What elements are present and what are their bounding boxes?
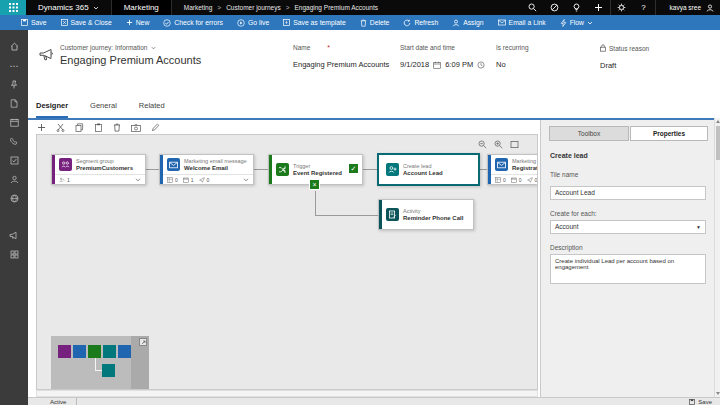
is-recurring-value[interactable]: No [496,60,529,69]
search-icon[interactable] [522,0,544,15]
scrollbar-thumb[interactable] [716,126,720,160]
status-save-button[interactable]: Save [689,399,712,405]
scroll-down-arrow[interactable] [716,392,720,395]
breadcrumb-item[interactable]: Marketing [184,4,213,11]
journey-canvas[interactable]: Segment groupPremiumCustomers 1 Marketin… [36,134,538,390]
tab-properties[interactable]: Properties [630,126,708,141]
calendar-icon[interactable] [0,113,28,132]
status-bar: Active Save [28,397,720,405]
content-icon[interactable] [0,94,28,113]
activity-icon [386,208,399,221]
help-icon[interactable]: ? [633,0,655,15]
form-tabs: Designer General Related [36,95,165,118]
entity-label[interactable]: Customer journey: Information [60,44,156,51]
minimap-connector [95,370,102,371]
minimap[interactable] [51,336,149,390]
chevron-down-icon[interactable] [135,178,141,182]
breadcrumb: Marketing > Customer journeys > Engaging… [184,4,378,11]
email-icon [495,158,508,171]
start-date-value[interactable]: 9/1/2018 6:09 PM [400,60,485,69]
copy-icon[interactable] [74,123,84,133]
contacts-icon[interactable] [0,170,28,189]
breadcrumb-item[interactable]: Customer journeys [226,4,281,11]
plus-icon [126,19,133,26]
add-tile-icon[interactable] [36,123,46,133]
zoom-in-icon[interactable] [494,140,503,149]
email-a-link-button[interactable]: Email a Link [491,15,553,30]
product-name[interactable]: Dynamics 365 [38,3,99,12]
tile-marketing-email[interactable]: Marketing email messageWelcome Email 0 1… [159,154,254,185]
save-as-template-button[interactable]: Save as template [276,15,353,30]
new-button[interactable]: New [119,15,157,30]
trigger-false-badge[interactable]: × [309,179,320,190]
tasks-icon[interactable] [0,151,28,170]
pinned-icon[interactable] [0,75,28,94]
user-menu[interactable]: kavya sree [656,4,720,12]
check-for-errors-button[interactable]: Check for errors [156,15,230,30]
chevron-down-icon [93,6,99,10]
quick-create-plus-icon[interactable] [588,0,610,15]
gear-icon[interactable] [611,0,633,15]
waffle-menu-icon[interactable] [0,0,26,15]
cut-icon[interactable] [55,123,65,133]
send-icon [199,177,205,183]
save-and-close-button[interactable]: Save & Close [54,15,119,30]
delete-button[interactable]: Delete [353,15,397,30]
tab-related[interactable]: Related [139,95,165,118]
breadcrumb-item[interactable]: Engaging Premium Accounts [295,4,378,11]
app-name[interactable]: Marketing [111,0,172,15]
go-live-button[interactable]: Go live [230,15,276,30]
minimap-expand-icon[interactable] [139,338,147,346]
connector [315,191,316,215]
recent-icon[interactable]: ⋯ [0,56,28,75]
delete-icon[interactable] [112,123,122,133]
chevron-down-icon [151,46,156,50]
segment-group-icon [59,158,72,171]
edit-icon[interactable] [150,123,160,133]
tab-general[interactable]: General [90,95,117,118]
flow-button[interactable]: Flow [553,15,600,30]
paste-icon[interactable] [93,123,103,133]
trash-icon [360,19,367,27]
minimap-tile [102,364,115,377]
phone-calls-icon[interactable] [0,132,28,151]
apps-icon[interactable] [0,245,28,264]
status-reason-value: Draft [600,61,649,70]
scroll-up-arrow[interactable] [716,120,720,123]
chevron-down-icon[interactable] [243,178,249,182]
description-label: Description [550,244,706,251]
app-window: Dynamics 365 Marketing Marketing > Custo… [0,0,720,405]
assign-button[interactable]: Assign [445,15,490,30]
vertical-scrollbar[interactable] [714,118,720,397]
tile-name-input[interactable] [550,186,706,200]
email-icon [167,158,180,171]
site-map-sidebar: ⋯ [0,30,28,405]
tile-create-lead[interactable]: Create leadAccount Lead [377,153,480,186]
refresh-button[interactable]: Refresh [396,15,445,30]
snapshot-icon[interactable] [131,123,141,133]
tab-designer[interactable]: Designer [36,95,68,118]
home-icon[interactable] [0,37,28,56]
email-link-icon [498,19,506,26]
create-for-each-select[interactable]: Account ▼ [550,220,706,234]
circle-slash-icon[interactable] [544,0,566,15]
save-icon [689,399,695,405]
tile-marketing-email-2[interactable]: Marketing email messageRegistration 0 0 … [487,154,538,185]
connector [254,169,268,170]
save-button[interactable]: Save [14,15,54,30]
zoom-out-icon[interactable] [478,140,487,149]
name-value[interactable]: Engaging Premium Accounts [293,60,389,69]
person-icon [706,4,714,12]
description-textarea[interactable]: Create individual Lead per account based… [550,254,706,284]
trigger-icon [276,163,289,176]
tab-toolbox[interactable]: Toolbox [549,126,629,141]
schedule-icon [183,177,189,183]
lightbulb-icon[interactable] [566,0,588,15]
fit-view-icon[interactable] [510,140,519,149]
canvas-horizontal-scrollbar[interactable] [36,390,538,397]
tile-activity[interactable]: ActivityReminder Phone Call [378,199,474,230]
tile-segment-group[interactable]: Segment groupPremiumCustomers 1 [51,154,146,185]
marketing-icon[interactable] [0,226,28,245]
internet-marketing-icon[interactable] [0,189,28,208]
trigger-true-badge[interactable]: ✓ [348,163,359,174]
